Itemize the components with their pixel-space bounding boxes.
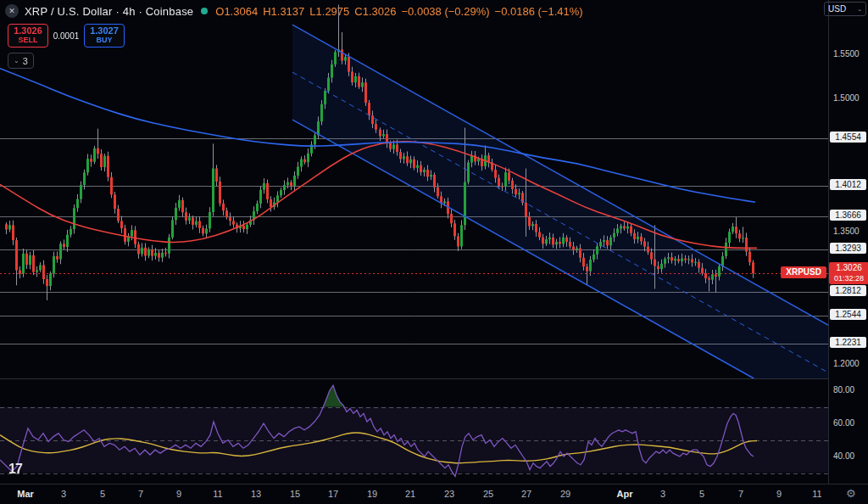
time-tick: 21: [405, 489, 415, 499]
indicator-tick: 80.00: [833, 385, 854, 395]
time-tick: 13: [251, 489, 261, 499]
level-price-badge: 1.4012: [830, 179, 866, 190]
level-price-badge: 1.3293: [830, 243, 866, 254]
close-icon[interactable]: ✕: [5, 4, 19, 18]
change-value-2: −0.0186 (−1.41%): [495, 5, 583, 18]
tradingview-logo[interactable]: 17: [8, 462, 22, 477]
time-tick: 5: [699, 489, 704, 499]
time-tick: 7: [138, 489, 143, 499]
currency-label: USD: [828, 4, 846, 14]
sell-label: SELL: [18, 36, 37, 45]
symbol-legend: ✕ XRP / U.S. Dollar · 4h · Coinbase O1.3…: [5, 4, 588, 18]
chevron-down-icon: ⌄: [857, 6, 862, 13]
order-panel: 1.3026 SELL 0.0001 1.3027 BUY: [8, 24, 125, 48]
time-tick-month: Mar: [17, 489, 34, 499]
pane-separator[interactable]: [0, 378, 868, 379]
time-tick: 29: [560, 489, 570, 499]
level-price-badge: 1.4554: [830, 132, 866, 143]
time-tick: 15: [290, 489, 300, 499]
indicator-tick: 40.00: [833, 451, 854, 461]
symbol-title[interactable]: XRP / U.S. Dollar · 4h · Coinbase: [25, 5, 193, 18]
time-axis[interactable]: ⚙ Mar357911131517192123252729Apr357911: [0, 484, 868, 504]
time-tick: 27: [521, 489, 531, 499]
currency-button[interactable]: USD ⌄: [824, 2, 866, 16]
time-tick: 11: [812, 489, 821, 499]
level-price-badge: 1.2231: [830, 337, 866, 348]
change-value: −0.0038 (−0.29%): [401, 5, 489, 18]
time-tick: 25: [483, 489, 493, 499]
buy-label: BUY: [96, 36, 112, 45]
time-tick: 3: [660, 489, 665, 499]
time-tick: 19: [367, 489, 377, 499]
chevron-down-icon: ⌄: [14, 57, 19, 64]
buy-button[interactable]: 1.3027 BUY: [84, 24, 125, 48]
symbol-tag: XRPUSD: [781, 266, 826, 278]
interval-count-value: 3: [23, 56, 28, 66]
chart-window: ✕ XRP / U.S. Dollar · 4h · Coinbase O1.3…: [0, 0, 868, 504]
gear-icon[interactable]: ⚙: [846, 487, 856, 500]
price-axis[interactable]: USD ⌄ 1.3026 01:32:28 1.55001.50001.3500…: [828, 0, 868, 484]
time-tick: 5: [100, 489, 105, 499]
time-tick: 9: [776, 489, 782, 499]
price-tick: 1.5000: [833, 93, 860, 103]
time-tick: 17: [328, 489, 338, 499]
time-tick: 7: [738, 489, 743, 499]
buy-price: 1.3027: [90, 26, 119, 36]
last-price-badge: 1.3026 01:32:28: [829, 262, 868, 284]
market-status-icon: [201, 8, 208, 14]
price-tick: 1.3500: [833, 227, 860, 236]
open-value: O1.3064: [215, 5, 258, 18]
time-tick: 11: [213, 489, 222, 499]
chart-canvas[interactable]: [0, 0, 828, 484]
low-value: L1.2975: [309, 5, 349, 18]
last-price-value: 1.3026: [829, 263, 868, 273]
spread-value: 0.0001: [48, 31, 84, 41]
time-tick: 9: [176, 489, 181, 499]
price-tick: 1.2000: [833, 359, 860, 368]
level-price-badge: 1.2544: [830, 309, 866, 320]
high-value: H1.3137: [263, 5, 304, 18]
bar-countdown: 01:32:28: [829, 273, 868, 283]
sell-button[interactable]: 1.3026 SELL: [8, 24, 48, 48]
indicator-tick: 60.00: [833, 418, 854, 428]
close-value: C1.3026: [354, 5, 396, 18]
price-tick: 1.5500: [833, 49, 860, 59]
time-tick: 23: [444, 489, 454, 499]
sell-price: 1.3026: [14, 26, 42, 36]
level-price-badge: 1.3666: [830, 210, 866, 221]
ohlc-values: O1.3064H1.3137L1.2975C1.3026−0.0038 (−0.…: [215, 5, 587, 18]
time-tick-month: Apr: [617, 489, 633, 499]
time-tick: 3: [61, 489, 66, 499]
level-price-badge: 1.2812: [830, 285, 866, 296]
interval-count-button[interactable]: ⌄ 3: [8, 53, 34, 69]
